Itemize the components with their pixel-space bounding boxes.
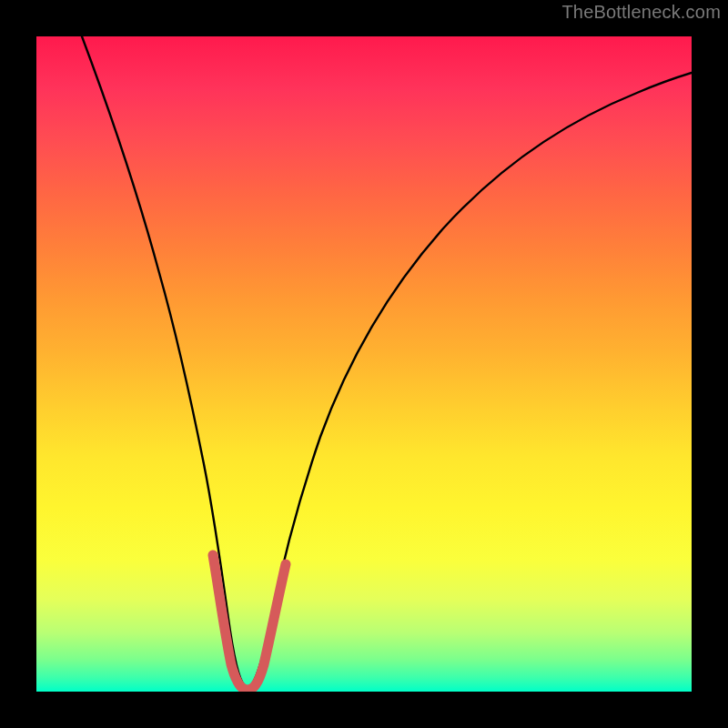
highlight-segment — [213, 555, 286, 690]
bottleneck-curve — [82, 36, 692, 687]
chart-frame: TheBottleneck.com — [0, 0, 728, 728]
watermark-text: TheBottleneck.com — [561, 2, 721, 23]
plot-area — [36, 36, 692, 692]
curve-layer — [36, 36, 692, 692]
